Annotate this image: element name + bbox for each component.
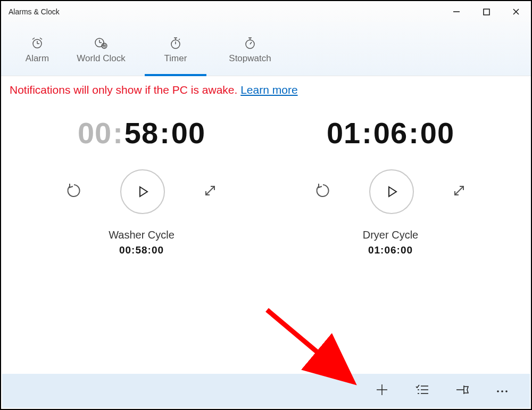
timer-name: Washer Cycle	[109, 229, 174, 241]
notification-text: Notifications will only show if the PC i…	[10, 84, 240, 96]
svg-line-22	[206, 186, 214, 195]
svg-point-35	[505, 390, 508, 392]
alarm-icon	[31, 37, 44, 49]
ellipsis-icon	[496, 389, 509, 393]
close-icon	[512, 8, 520, 15]
play-button[interactable]	[120, 169, 165, 214]
window-controls	[442, 1, 531, 22]
tab-active-indicator	[145, 74, 206, 76]
stopwatch-icon	[244, 37, 256, 49]
maximize-button[interactable]	[471, 1, 501, 22]
reset-icon	[315, 183, 331, 199]
timer-hours: 00	[78, 116, 112, 150]
add-timer-button[interactable]	[376, 383, 388, 398]
timer-display: 01:06:00	[327, 116, 454, 150]
tab-stopwatch[interactable]: Stopwatch	[213, 37, 287, 76]
tab-bar: Alarm World Clock Timer Stopwatch	[1, 22, 531, 76]
svg-line-19	[250, 42, 252, 44]
pin-button[interactable]	[455, 384, 469, 397]
svg-line-17	[179, 39, 180, 40]
reset-icon	[66, 183, 82, 199]
svg-line-23	[455, 186, 463, 195]
tab-timer[interactable]: Timer	[138, 37, 213, 76]
close-button[interactable]	[501, 1, 531, 22]
title-bar: Alarms & Clock	[1, 1, 531, 22]
timer-seconds: 00	[171, 116, 205, 150]
timer-card: 00:58:00 Washer Cycle 00:58:00	[17, 116, 266, 256]
window-title: Alarms & Clock	[9, 7, 60, 16]
svg-line-7	[32, 38, 35, 39]
timer-seconds: 00	[420, 116, 454, 150]
world-clock-icon	[94, 37, 108, 49]
svg-line-8	[40, 38, 42, 39]
tab-label: World Clock	[77, 53, 125, 64]
play-icon	[136, 185, 149, 199]
reset-button[interactable]	[315, 183, 331, 201]
timer-minutes: 06	[373, 116, 408, 150]
timer-duration: 01:06:00	[368, 244, 413, 256]
svg-point-34	[501, 390, 503, 392]
more-button[interactable]	[496, 386, 509, 396]
notification-banner: Notifications will only show if the PC i…	[1, 76, 531, 105]
minimize-icon	[453, 8, 460, 15]
plus-icon	[376, 383, 388, 396]
learn-more-link[interactable]: Learn more	[240, 84, 297, 96]
minimize-button[interactable]	[442, 1, 471, 22]
list-check-icon	[415, 384, 429, 395]
command-bar	[2, 374, 530, 408]
timer-duration: 00:58:00	[119, 244, 164, 256]
tab-world-clock[interactable]: World Clock	[64, 37, 138, 76]
reset-button[interactable]	[66, 183, 82, 201]
expand-icon	[452, 184, 466, 198]
expand-button[interactable]	[452, 184, 466, 200]
timer-list: 00:58:00 Washer Cycle 00:58:00 01:06:00	[1, 105, 531, 256]
timer-controls	[266, 169, 515, 214]
timer-minutes: 58	[124, 116, 159, 150]
tab-label: Alarm	[26, 53, 49, 64]
timer-card: 01:06:00 Dryer Cycle 01:06:00	[266, 116, 515, 256]
timer-controls	[17, 169, 266, 214]
pin-icon	[455, 384, 469, 395]
app-window: Alarms & Clock Alarm World Clock	[0, 0, 532, 410]
svg-rect-1	[484, 9, 489, 15]
timer-icon	[170, 37, 181, 49]
tab-alarm[interactable]: Alarm	[11, 37, 64, 76]
play-button[interactable]	[369, 169, 414, 214]
play-icon	[385, 185, 398, 199]
timer-hours: 01	[327, 116, 361, 150]
svg-point-33	[497, 390, 499, 392]
timer-name: Dryer Cycle	[363, 229, 418, 241]
expand-icon	[203, 184, 217, 198]
expand-button[interactable]	[203, 184, 217, 200]
svg-line-36	[267, 310, 350, 379]
timer-display: 00:58:00	[78, 116, 205, 150]
maximize-icon	[483, 9, 490, 15]
edit-timers-button[interactable]	[415, 384, 429, 397]
tab-label: Stopwatch	[229, 53, 271, 64]
tab-label: Timer	[164, 53, 187, 64]
